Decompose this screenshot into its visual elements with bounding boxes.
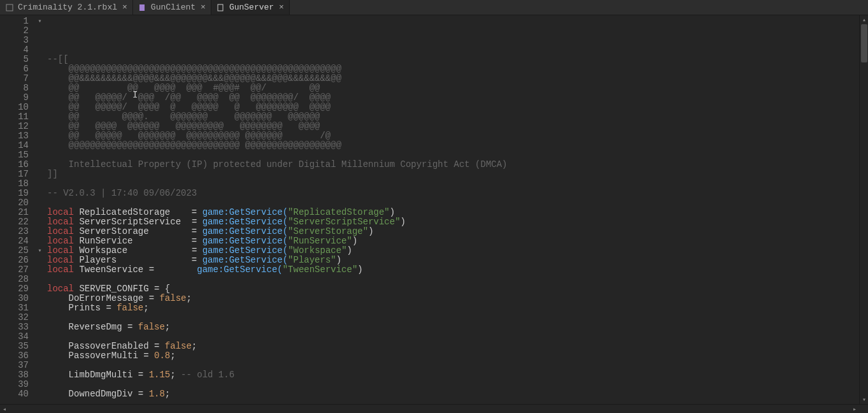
line-number: 14 xyxy=(0,141,35,150)
line-number: 19 xyxy=(0,189,35,198)
code-line: @@@@@@@@@@@@@@@@@@@@@@@@@@@@@@@@@@@@@@@@… xyxy=(47,64,868,74)
file-icon xyxy=(5,3,14,12)
line-number: 38 xyxy=(0,370,35,380)
fold-marker xyxy=(35,36,45,45)
scrollbar-thumb[interactable] xyxy=(861,24,867,62)
line-number: 26 xyxy=(0,256,35,265)
script-icon xyxy=(217,3,225,12)
close-icon[interactable]: × xyxy=(122,3,127,12)
code-line: -- V2.0.3 | 17:40 09/06/2023 xyxy=(47,189,868,198)
line-number: 33 xyxy=(0,322,35,332)
line-number: 36 xyxy=(0,351,35,361)
line-number: 30 xyxy=(0,294,35,303)
code-line: --[[ xyxy=(47,55,868,64)
line-number: 31 xyxy=(0,303,35,313)
fold-marker xyxy=(35,227,45,236)
fold-marker xyxy=(35,294,45,303)
code-line: Prints = false; xyxy=(47,303,868,313)
fold-marker xyxy=(35,198,45,208)
tab-gunclient[interactable]: GunClient × xyxy=(133,0,211,15)
scroll-up-arrow-icon[interactable]: ▴ xyxy=(860,15,868,24)
line-number: 15 xyxy=(0,150,35,160)
tab-label: Criminality 2.1.rbxl xyxy=(18,3,117,12)
code-line: local Workspace = game:GetService("Works… xyxy=(47,246,868,256)
line-number-gutter: 1234567891011121314151617181920212223242… xyxy=(0,15,35,404)
code-area[interactable]: I --[[ @@@@@@@@@@@@@@@@@@@@@@@@@@@@@@@@@… xyxy=(45,15,868,404)
scroll-left-arrow-icon[interactable]: ◂ xyxy=(0,405,9,413)
line-number: 11 xyxy=(0,112,35,122)
svg-rect-2 xyxy=(218,4,223,11)
fold-marker xyxy=(35,217,45,227)
tab-criminality[interactable]: Criminality 2.1.rbxl × xyxy=(0,0,133,15)
line-number: 5 xyxy=(0,55,35,64)
tab-label: GunClient xyxy=(151,3,196,12)
svg-rect-1 xyxy=(139,4,145,11)
fold-marker xyxy=(35,380,45,389)
fold-marker xyxy=(35,361,45,370)
line-number: 2 xyxy=(0,26,35,36)
code-line: ]] xyxy=(47,170,868,179)
fold-marker xyxy=(35,342,45,351)
line-number: 28 xyxy=(0,275,35,284)
scroll-down-arrow-icon[interactable]: ▾ xyxy=(860,395,868,404)
code-line xyxy=(47,313,868,322)
horizontal-scrollbar[interactable]: ◂ ▸ xyxy=(0,404,868,413)
close-icon[interactable]: × xyxy=(279,3,284,12)
fold-marker xyxy=(35,150,45,160)
fold-marker xyxy=(35,179,45,189)
code-line: local TweenService = game:GetService("Tw… xyxy=(47,265,868,275)
fold-marker xyxy=(35,322,45,332)
code-line xyxy=(47,275,868,284)
code-line: local SERVER_CONFIG = { xyxy=(47,284,868,294)
line-number: 12 xyxy=(0,122,35,131)
code-line: @@@@@@@@@@@@@@@@@@@@@@@@@@@@@@@@ @@@@@@@… xyxy=(47,141,868,150)
fold-marker xyxy=(35,55,45,64)
code-line xyxy=(47,179,868,189)
line-number: 22 xyxy=(0,217,35,227)
fold-marker xyxy=(35,26,45,36)
fold-marker xyxy=(35,275,45,284)
line-number: 20 xyxy=(0,198,35,208)
fold-marker xyxy=(35,303,45,313)
code-line: LimbDmgMulti = 1.15; -- old 1.6 xyxy=(47,370,868,380)
code-line: local ReplicatedStorage = game:GetServic… xyxy=(47,208,868,217)
line-number: 6 xyxy=(0,64,35,74)
code-line: @@ @@ @@@@ @@@ #@@@# @@/ @@ xyxy=(47,83,868,93)
line-number: 24 xyxy=(0,236,35,246)
fold-marker xyxy=(35,103,45,112)
line-number: 25 xyxy=(0,246,35,256)
fold-marker xyxy=(35,93,45,103)
line-number: 8 xyxy=(0,83,35,93)
fold-marker xyxy=(35,74,45,83)
fold-marker xyxy=(35,389,45,399)
scroll-right-arrow-icon[interactable]: ▸ xyxy=(850,405,859,413)
fold-marker xyxy=(35,351,45,361)
code-line xyxy=(47,332,868,342)
line-number: 27 xyxy=(0,265,35,275)
fold-marker xyxy=(35,122,45,131)
fold-marker xyxy=(35,64,45,74)
line-number: 40 xyxy=(0,389,35,399)
fold-marker xyxy=(35,141,45,150)
editor[interactable]: 1234567891011121314151617181920212223242… xyxy=(0,15,868,404)
tab-gunserver[interactable]: GunServer × xyxy=(211,0,290,15)
fold-marker xyxy=(35,170,45,179)
code-line: @@ @@@@@ @@@@@@@ @@@@@@@@@@ @@@@@@@ /@ xyxy=(47,131,868,141)
code-line: @@ @@@@@/ @@@@ @ @@@@@ @ @@@@@@@@ @@@@ xyxy=(47,103,868,112)
code-line: DownedDmgDiv = 1.8; xyxy=(47,389,868,399)
line-number: 32 xyxy=(0,313,35,322)
vertical-scrollbar[interactable]: ▴ ▾ xyxy=(859,15,868,404)
fold-column: ▾▾ xyxy=(35,15,45,404)
code-line: PassoverMulti = 0.8; xyxy=(47,351,868,361)
fold-marker[interactable]: ▾ xyxy=(35,17,45,26)
line-number: 4 xyxy=(0,45,35,55)
line-number: 7 xyxy=(0,74,35,83)
fold-marker xyxy=(35,370,45,380)
line-number: 13 xyxy=(0,131,35,141)
text-cursor-icon: I xyxy=(132,91,138,100)
line-number: 1 xyxy=(0,17,35,26)
close-icon[interactable]: × xyxy=(201,3,206,12)
fold-marker[interactable]: ▾ xyxy=(35,246,45,256)
fold-marker xyxy=(35,208,45,217)
line-number: 10 xyxy=(0,103,35,112)
